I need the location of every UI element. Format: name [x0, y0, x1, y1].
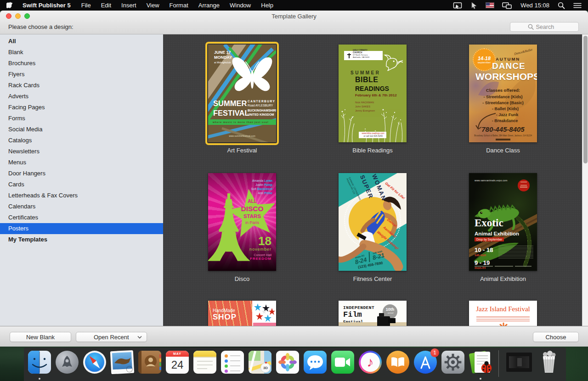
swift-publisher-running-dot [480, 378, 481, 380]
sidebar-item-posters[interactable]: Posters [0, 223, 163, 234]
poster-text: DANCE [492, 61, 526, 71]
sidebar-item-social-media[interactable]: Social Media [0, 124, 163, 135]
sidebar-item-menus[interactable]: Menus [0, 157, 163, 168]
menu-edit[interactable]: Edit [96, 2, 116, 9]
sidebar-item-letterheads[interactable]: Letterheads & Fax Covers [0, 190, 163, 201]
sidebar-item-newsletters[interactable]: Newsletters [0, 146, 163, 157]
camera-graphic [373, 313, 397, 326]
dock-safari-icon[interactable] [83, 351, 106, 374]
menu-help[interactable]: Help [256, 2, 278, 9]
sidebar-item-rack-cards[interactable]: Rack Cards [0, 80, 163, 91]
template-fitness-center[interactable]: SUPER WOMAN Contacts: 123 AnyStreet, Any… [339, 173, 407, 282]
sidebar-item-flyers[interactable]: Flyers [0, 69, 163, 80]
dock-contacts-icon[interactable] [138, 351, 161, 374]
menu-clock[interactable]: Wed 15:08 [520, 2, 549, 9]
template-animal-exhibition[interactable]: www.samvanimals.expo.com Exotic Animal E… [469, 173, 537, 282]
open-recent-dropdown[interactable]: Open Recent [76, 332, 147, 342]
open-recent-label: Open Recent [94, 334, 129, 341]
menu-bar: Swift Publisher 5 File Edit Insert View … [0, 0, 588, 11]
airplay-display-icon[interactable] [453, 2, 462, 9]
spotlight-search-icon[interactable] [558, 2, 565, 9]
template-label: Animal Exhibition [469, 275, 537, 282]
menu-window[interactable]: Window [225, 2, 256, 9]
sidebar-item-blank[interactable]: Blank [0, 47, 163, 58]
template-bible-readings[interactable]: HOLY TRINITY CHURCH 67 North Terrace, Ad… [339, 45, 407, 154]
sidebar-item-facing-pages[interactable]: Facing Pages [0, 102, 163, 113]
dance-class-poster[interactable]: 14-18 september Dance&Ballet AUTUMN DANC… [469, 45, 537, 142]
notification-center-icon[interactable] [573, 2, 582, 9]
dock-system-preferences-icon[interactable] [441, 351, 464, 374]
church-label: HOLY TRINITY CHURCH 67 North Terrace, Ad… [344, 51, 383, 60]
bible-readings-poster[interactable]: HOLY TRINITY CHURCH 67 North Terrace, Ad… [339, 45, 407, 142]
search-field[interactable] [510, 22, 579, 32]
template-handmade-shop[interactable]: HandMade SHOP [208, 301, 276, 326]
sidebar-item-forms[interactable]: Forms [0, 113, 163, 124]
disco-poster[interactable]: ALL DISCO STARS in Paris Amanda Loran Ju… [208, 173, 276, 271]
menu-arrange[interactable]: Arrange [193, 2, 225, 9]
sidebar-item-calendars[interactable]: Calendars [0, 201, 163, 212]
dock-itunes-icon[interactable]: ♪ [359, 351, 382, 374]
dock-mail-icon[interactable] [111, 351, 134, 374]
sidebar-item-all[interactable]: All [0, 36, 163, 47]
flower-graphic [498, 322, 509, 326]
dock-minimized-window[interactable] [506, 353, 532, 372]
dock-facetime-icon[interactable] [331, 351, 354, 374]
template-dance-class[interactable]: 14-18 september Dance&Ballet AUTUMN DANC… [469, 45, 537, 154]
sidebar-item-door-hangers[interactable]: Door Hangers [0, 168, 163, 179]
menu-format[interactable]: Format [164, 2, 193, 9]
fitness-center-poster[interactable]: SUPER WOMAN Contacts: 123 AnyStreet, Any… [339, 173, 407, 271]
zoo-badge [518, 179, 530, 191]
dock-messages-icon[interactable] [304, 351, 327, 374]
choose-button[interactable]: Choose [533, 332, 579, 342]
menu-insert[interactable]: Insert [116, 2, 141, 9]
dock-trash-icon[interactable] [537, 351, 560, 374]
poster-contact: www.bible-readings.com or call 112-426-4… [359, 132, 386, 138]
menu-app-name[interactable]: Swift Publisher 5 [17, 2, 76, 9]
input-source-flag-icon[interactable] [486, 3, 494, 8]
lineup-names: Amanda Loran Justin Pump Sofi Backstreet… [251, 179, 272, 195]
film-festival-poster[interactable]: INDEPENDENT Film Festival 10th annual [339, 301, 407, 326]
sidebar-item-catalogs[interactable]: Catalogs [0, 135, 163, 146]
dock-photos-icon[interactable] [276, 351, 299, 374]
displays-icon[interactable] [502, 2, 512, 9]
search-input[interactable] [536, 24, 561, 30]
handmade-shop-poster[interactable]: HandMade SHOP [208, 301, 276, 326]
gallery-scrollbar-thumb[interactable] [583, 36, 588, 163]
menu-file[interactable]: File [76, 2, 96, 9]
dock-notes-icon[interactable] [193, 351, 216, 374]
gallery-scrollbar[interactable] [582, 34, 588, 326]
art-festival-poster[interactable]: JUNE 17MONDAY at Midnightclub SUMMERFEST… [208, 45, 276, 142]
jazz-island-poster[interactable]: Jazz Island Festival [469, 301, 537, 326]
animal-exhibition-poster[interactable]: www.samvanimals.expo.com Exotic Animal E… [469, 173, 537, 271]
title-bar[interactable]: Template Gallery Please choose a design: [0, 11, 588, 34]
appstore-badge: 1 [430, 348, 439, 357]
sidebar-item-adverts[interactable]: Adverts [0, 91, 163, 102]
dock-calendar-icon[interactable]: MAY 24 [166, 351, 189, 374]
dock-maps-icon[interactable]: 3D [249, 351, 271, 374]
new-blank-button[interactable]: New Blank [10, 332, 71, 342]
event-info: 18 november Concert Hall FREEDOM [249, 235, 271, 261]
template-disco[interactable]: ALL DISCO STARS in Paris Amanda Loran Ju… [208, 173, 276, 282]
sidebar-item-cards[interactable]: Cards [0, 179, 163, 190]
dock-ibooks-icon[interactable] [386, 351, 409, 374]
dock-swift-publisher-icon[interactable] [469, 351, 492, 374]
poster-text: SUMMER [351, 70, 380, 75]
template-art-festival[interactable]: JUNE 17MONDAY at Midnightclub SUMMERFEST… [208, 45, 276, 154]
pointer-tool-icon[interactable] [470, 2, 478, 9]
template-film-festival[interactable]: INDEPENDENT Film Festival 10th annual [339, 301, 407, 326]
template-jazz-island[interactable]: Jazz Island Festival [469, 301, 537, 326]
poster-text: Jazz Island Festival [469, 305, 537, 313]
menu-view[interactable]: View [141, 2, 164, 9]
sidebar-item-certificates[interactable]: Certificates [0, 212, 163, 223]
poster-text: WORKSHOPS [475, 71, 537, 82]
dock-reminders-icon[interactable] [221, 351, 244, 374]
desktop: MAY 24 [0, 347, 588, 381]
sidebar-item-my-templates[interactable]: My Templates [0, 234, 163, 245]
poster-text: Exotic [475, 217, 503, 229]
apple-menu[interactable] [6, 2, 12, 9]
dock-finder-icon[interactable] [28, 351, 51, 374]
poster-text: READINGS [355, 85, 389, 92]
dock-launchpad-icon[interactable] [56, 351, 79, 374]
sidebar-item-brochures[interactable]: Brochures [0, 58, 163, 69]
dock-appstore-icon[interactable]: 1 [414, 351, 437, 374]
